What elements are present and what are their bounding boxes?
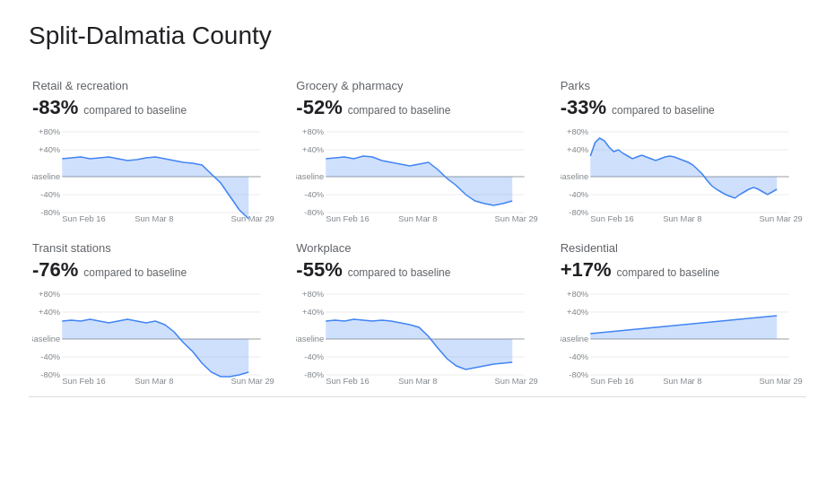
svg-text:Baseline: Baseline	[32, 335, 60, 343]
stat-label-parks: compared to baseline	[612, 104, 715, 117]
stat-label-transit: compared to baseline	[83, 266, 187, 279]
card-title-retail: Retail & recreation	[32, 79, 274, 92]
svg-text:+40%: +40%	[302, 145, 324, 154]
stat-number-residential: +17%	[561, 258, 612, 282]
svg-text:Sun Mar 8: Sun Mar 8	[399, 214, 438, 223]
svg-text:-40%: -40%	[40, 190, 60, 199]
svg-text:Sun Mar 8: Sun Mar 8	[135, 214, 173, 223]
chart-svg-parks: +80%+40%Baseline-40%-80%Sun Feb 16Sun Ma…	[561, 125, 803, 223]
svg-text:+80%: +80%	[39, 127, 60, 136]
svg-text:-80%: -80%	[305, 208, 325, 217]
svg-text:+40%: +40%	[567, 145, 588, 154]
chart-svg-grocery: +80%+40%Baseline-40%-80%Sun Feb 16Sun Ma…	[296, 125, 538, 223]
bottom-divider	[29, 396, 806, 397]
svg-text:Sun Mar 8: Sun Mar 8	[135, 377, 173, 386]
stat-label-workplace: compared to baseline	[348, 266, 451, 279]
svg-text:-40%: -40%	[40, 352, 60, 361]
chart-svg-retail: +80%+40%Baseline-40%-80%Sun Feb 16Sun Ma…	[32, 125, 274, 223]
svg-text:+40%: +40%	[39, 145, 60, 154]
svg-text:-40%: -40%	[305, 352, 325, 361]
stat-label-residential: compared to baseline	[617, 266, 720, 279]
card-transit: Transit stations-76%compared to baseline…	[29, 234, 278, 389]
stat-number-grocery: -52%	[296, 96, 342, 119]
svg-text:Sun Feb 16: Sun Feb 16	[326, 377, 370, 386]
svg-text:+80%: +80%	[302, 290, 324, 299]
svg-text:-80%: -80%	[40, 208, 60, 217]
svg-text:Baseline: Baseline	[561, 172, 588, 181]
svg-text:Sun Mar 29: Sun Mar 29	[230, 214, 274, 223]
svg-text:+80%: +80%	[302, 127, 324, 136]
stat-number-transit: -76%	[32, 258, 78, 282]
svg-text:-40%: -40%	[569, 190, 588, 199]
card-title-parks: Parks	[561, 79, 803, 92]
chart-svg-workplace: +80%+40%Baseline-40%-80%Sun Feb 16Sun Ma…	[296, 287, 538, 386]
stat-number-workplace: -55%	[296, 258, 342, 282]
svg-text:+40%: +40%	[302, 308, 324, 317]
svg-text:Baseline: Baseline	[296, 335, 324, 343]
stat-number-parks: -33%	[561, 96, 606, 119]
chart-svg-transit: +80%+40%Baseline-40%-80%Sun Feb 16Sun Ma…	[32, 287, 274, 386]
card-stat-retail: -83%compared to baseline	[32, 96, 274, 119]
stat-label-retail: compared to baseline	[83, 104, 187, 117]
card-stat-transit: -76%compared to baseline	[32, 258, 274, 282]
card-residential: Residential+17%compared to baseline+80%+…	[557, 234, 806, 389]
card-grocery: Grocery & pharmacy-52%compared to baseli…	[292, 72, 542, 227]
card-stat-workplace: -55%compared to baseline	[296, 258, 538, 282]
svg-text:Baseline: Baseline	[561, 335, 588, 343]
svg-text:+80%: +80%	[567, 127, 588, 136]
card-workplace: Workplace-55%compared to baseline+80%+40…	[292, 234, 542, 389]
card-retail: Retail & recreation-83%compared to basel…	[29, 72, 278, 227]
svg-text:Sun Mar 8: Sun Mar 8	[663, 214, 701, 223]
svg-text:Sun Mar 29: Sun Mar 29	[759, 214, 802, 223]
svg-text:+40%: +40%	[567, 308, 588, 317]
svg-text:Sun Feb 16: Sun Feb 16	[590, 214, 633, 223]
svg-text:Sun Feb 16: Sun Feb 16	[62, 214, 105, 223]
svg-text:-80%: -80%	[40, 370, 60, 379]
stat-label-grocery: compared to baseline	[348, 104, 451, 117]
card-parks: Parks-33%compared to baseline+80%+40%Bas…	[557, 72, 806, 227]
svg-text:+80%: +80%	[39, 290, 60, 299]
chart-container-grocery: +80%+40%Baseline-40%-80%Sun Feb 16Sun Ma…	[296, 125, 538, 223]
svg-text:Sun Mar 8: Sun Mar 8	[399, 377, 438, 386]
svg-text:-80%: -80%	[569, 208, 588, 217]
card-stat-residential: +17%compared to baseline	[561, 258, 803, 282]
svg-text:-80%: -80%	[569, 370, 588, 379]
stat-number-retail: -83%	[32, 96, 78, 119]
page-title: Split-Dalmatia County	[29, 22, 806, 50]
svg-text:-40%: -40%	[569, 352, 588, 361]
svg-text:Sun Mar 29: Sun Mar 29	[230, 377, 274, 386]
card-stat-parks: -33%compared to baseline	[561, 96, 803, 119]
svg-text:Sun Feb 16: Sun Feb 16	[590, 377, 633, 386]
card-stat-grocery: -52%compared to baseline	[296, 96, 538, 119]
svg-text:Baseline: Baseline	[32, 172, 60, 181]
chart-container-retail: +80%+40%Baseline-40%-80%Sun Feb 16Sun Ma…	[32, 125, 274, 223]
chart-svg-residential: +80%+40%Baseline-40%-80%Sun Feb 16Sun Ma…	[561, 287, 803, 386]
svg-text:Sun Mar 29: Sun Mar 29	[759, 377, 802, 386]
charts-grid: Retail & recreation-83%compared to basel…	[29, 72, 806, 389]
chart-container-workplace: +80%+40%Baseline-40%-80%Sun Feb 16Sun Ma…	[296, 287, 538, 386]
svg-text:Sun Feb 16: Sun Feb 16	[62, 377, 105, 386]
svg-text:Sun Mar 29: Sun Mar 29	[495, 377, 538, 386]
svg-text:+80%: +80%	[567, 290, 588, 299]
card-title-transit: Transit stations	[32, 241, 274, 255]
chart-container-transit: +80%+40%Baseline-40%-80%Sun Feb 16Sun Ma…	[32, 287, 274, 386]
card-title-workplace: Workplace	[296, 241, 538, 255]
svg-text:Baseline: Baseline	[296, 172, 324, 181]
chart-container-residential: +80%+40%Baseline-40%-80%Sun Feb 16Sun Ma…	[561, 287, 803, 386]
card-title-residential: Residential	[561, 241, 803, 255]
svg-text:Sun Mar 29: Sun Mar 29	[495, 214, 538, 223]
svg-text:-80%: -80%	[305, 370, 325, 379]
svg-text:Sun Mar 8: Sun Mar 8	[663, 377, 701, 386]
card-title-grocery: Grocery & pharmacy	[296, 79, 538, 92]
svg-text:+40%: +40%	[39, 308, 60, 317]
svg-text:-40%: -40%	[305, 190, 325, 199]
svg-text:Sun Feb 16: Sun Feb 16	[326, 214, 370, 223]
chart-container-parks: +80%+40%Baseline-40%-80%Sun Feb 16Sun Ma…	[561, 125, 803, 223]
